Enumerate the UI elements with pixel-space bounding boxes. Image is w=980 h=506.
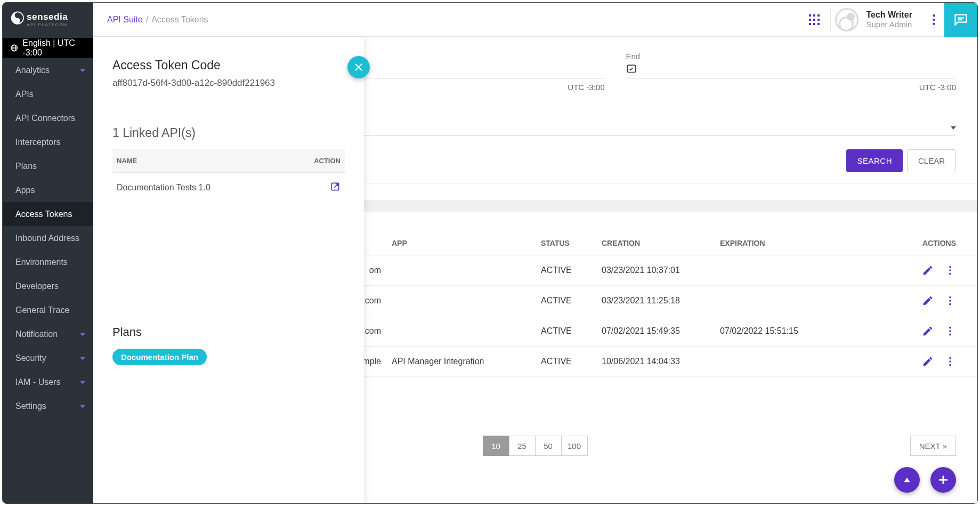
row-menu-icon[interactable] [944,264,956,276]
top-header: API Suite / Access Tokens Tech Writer Su… [93,3,977,37]
sidebar-item-label: Environments [15,258,68,267]
chevron-down-icon [79,67,86,74]
col-status: STATUS [541,239,602,247]
col-creation: CREATION [602,239,720,247]
plan-chip[interactable]: Documentation Plan [112,349,207,365]
sidebar-item-label: Interceptors [15,138,60,147]
open-api-button[interactable] [330,181,341,194]
svg-point-34 [949,330,951,332]
row-menu-icon[interactable] [944,325,956,337]
search-button[interactable]: SEARCH [846,149,903,172]
edit-icon[interactable] [922,264,934,276]
page-size-100[interactable]: 100 [561,436,588,456]
sidebar-item-security[interactable]: Security [3,346,93,370]
row-menu-icon[interactable] [944,295,956,307]
locale-label: English | UTC -3:00 [22,38,86,58]
page-size-50[interactable]: 50 [535,436,562,456]
svg-point-33 [949,327,951,329]
sidebar-item-environments[interactable]: Environments [3,250,93,274]
dropdown-icon [951,126,956,130]
col-app: APP [392,239,541,247]
chat-button[interactable] [944,3,977,37]
row-menu-icon[interactable] [944,356,956,367]
sidebar-item-iam-users[interactable]: IAM - Users [3,370,93,394]
sidebar-item-label: Settings [15,401,46,411]
svg-marker-6 [80,69,85,72]
sidebar-item-apis[interactable]: APIs [3,82,93,106]
clear-button[interactable]: CLEAR [907,149,956,172]
apps-grid-icon [809,14,820,25]
open-external-icon [330,181,341,192]
cell-status: ACTIVE [541,326,602,336]
cell-app: API Manager Integration [392,357,541,366]
sidebar-item-label: Access Tokens [15,210,72,219]
svg-point-38 [949,364,951,366]
linked-apis-title: 1 Linked API(s) [112,126,345,140]
sidebar-item-apps[interactable]: Apps [3,178,93,202]
svg-point-37 [949,360,951,363]
nav-list: AnalyticsAPIsAPI ConnectorsInterceptorsP… [3,58,93,418]
svg-rect-41 [939,479,947,481]
avatar-icon [835,8,858,31]
svg-rect-19 [817,23,820,25]
page-size-25[interactable]: 25 [509,436,536,456]
cell-creation: 03/23/2021 11:25:18 [602,296,720,306]
add-fab[interactable] [930,467,956,493]
sidebar-item-inbound-address[interactable]: Inbound Address [3,226,93,250]
detail-panel: Access Token Code aff8017d-56f4-3d00-a12… [93,37,364,503]
sidebar-item-label: Notification [15,330,58,339]
svg-point-35 [949,334,951,336]
locale-selector[interactable]: English | UTC -3:00 [3,38,93,58]
sidebar-item-analytics[interactable]: Analytics [3,58,93,82]
edit-icon[interactable] [922,325,934,337]
chevron-down-icon [79,379,86,385]
close-panel-button[interactable] [347,56,370,78]
plus-icon [938,475,949,485]
header-overflow-button[interactable] [923,9,944,30]
svg-point-20 [933,14,935,17]
brand-logo: sensedia API PLATFORM [3,3,93,38]
cell-status: ACTIVE [541,357,602,366]
sidebar-item-access-tokens[interactable]: Access Tokens [3,202,93,226]
scroll-top-fab[interactable] [894,467,920,493]
svg-marker-8 [80,357,85,360]
mini-col-name: NAME [117,157,137,165]
sidebar-item-label: Inbound Address [15,234,79,243]
sidebar-item-settings[interactable]: Settings [3,394,93,418]
sidebar-item-label: Analytics [15,66,50,75]
user-menu[interactable]: Tech Writer Super Admin [835,8,918,31]
edit-icon[interactable] [922,295,934,307]
end-label: End [626,52,957,61]
linked-api-row: Documentation Tests 1.0 [112,173,345,203]
cell-creation: 03/23/2021 10:37:01 [602,266,720,275]
breadcrumb-current: Access Tokens [151,15,208,25]
edit-icon[interactable] [922,356,934,367]
sidebar-item-plans[interactable]: Plans [3,154,93,178]
svg-point-30 [949,296,951,299]
sidebar-item-api-connectors[interactable]: API Connectors [3,106,93,130]
next-button[interactable]: NEXT » [910,436,956,456]
sidebar-item-interceptors[interactable]: Interceptors [3,130,93,154]
svg-point-21 [933,18,935,20]
sidebar-item-general-trace[interactable]: General Trace [3,298,93,322]
chevron-down-icon [79,331,86,338]
svg-rect-14 [809,19,811,21]
user-name: Tech Writer [866,10,912,20]
svg-text:API PLATFORM: API PLATFORM [27,22,68,27]
cell-expiration: 07/02/2022 15:51:15 [720,326,880,336]
end-filter[interactable]: End UTC -3:00 [626,52,957,92]
sidebar-item-label: IAM - Users [15,378,60,387]
breadcrumb-root[interactable]: API Suite [107,15,143,25]
calendar-icon [626,63,637,74]
app-filter[interactable]: App [274,118,956,135]
token-code: aff8017d-56f4-3d00-a12c-890ddf221963 [112,78,345,89]
svg-rect-16 [817,19,820,21]
svg-point-28 [949,269,951,271]
linked-api-name: Documentation Tests 1.0 [117,183,210,192]
sidebar-item-developers[interactable]: Developers [3,274,93,298]
page-size-10[interactable]: 10 [483,436,509,456]
svg-point-27 [949,266,951,268]
sidebar-item-notification[interactable]: Notification [3,322,93,346]
apps-grid-button[interactable] [808,9,831,31]
col-expiration: EXPIRATION [720,239,880,247]
